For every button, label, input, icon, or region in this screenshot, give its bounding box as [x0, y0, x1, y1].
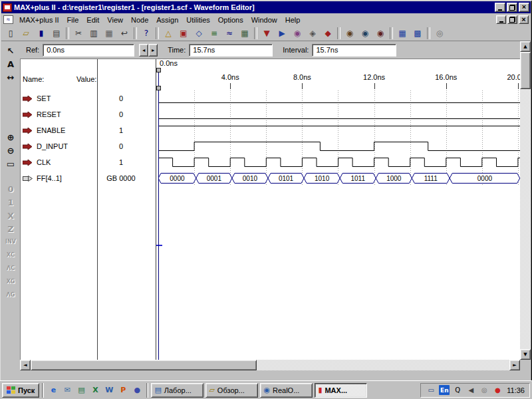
menu-options[interactable]: Options	[214, 15, 247, 25]
word-button[interactable]: W	[102, 384, 116, 397]
assign-device-button[interactable]: ▦	[395, 27, 410, 40]
ref-cursor-handle[interactable]	[156, 86, 161, 90]
text-tool-button[interactable]: A	[3, 57, 19, 70]
save-file-button[interactable]: ▮	[34, 27, 49, 40]
timing-cutoff-button[interactable]: ◉	[373, 27, 388, 40]
graphic-editor-button[interactable]: ▣	[176, 27, 191, 40]
taskbar-task-max[interactable]: ▮MAX...	[315, 383, 367, 398]
compiler-icon: ▼	[263, 29, 269, 37]
scroll-up-button[interactable]: ▲	[520, 41, 531, 52]
new-file-button[interactable]: ▯	[3, 27, 18, 40]
menu-assign[interactable]: Assign	[152, 15, 182, 25]
menu-view[interactable]: View	[103, 15, 127, 25]
document-restore-button[interactable]	[507, 15, 517, 24]
cut-button[interactable]: ✂	[71, 27, 86, 40]
signal-row-set[interactable]: SET0	[21, 90, 520, 106]
waveform-panel[interactable]: Name: Value: 0.0ns 4.0ns8.0ns12.0ns16.0n…	[20, 59, 520, 360]
menu-utilities[interactable]: Utilities	[182, 15, 213, 25]
timing-destination-button[interactable]: ◉	[358, 27, 372, 40]
zoom-out-tool-button[interactable]: ⊖	[3, 144, 19, 157]
waveform-document-icon[interactable]: ≈	[3, 15, 13, 24]
media-player-button[interactable]: ●	[130, 384, 144, 397]
close-button[interactable]: ×	[519, 3, 529, 12]
copy-icon: ▥	[90, 29, 97, 37]
menu-help[interactable]: Help	[281, 15, 305, 25]
signal-row-reset[interactable]: RESET0	[21, 106, 520, 122]
ref-next-button[interactable]: ►	[148, 44, 158, 57]
paste-button[interactable]: ▦	[102, 27, 116, 40]
powerpoint-button[interactable]: P	[116, 384, 130, 397]
print-button[interactable]: ▤	[49, 27, 64, 40]
timing-analyzer-button[interactable]: ◉	[290, 27, 305, 40]
titlebar[interactable]: MAX+plus II - d:\register1\register1 - […	[1, 1, 531, 13]
timing-source-button[interactable]: ◉	[342, 27, 357, 40]
vertical-scroll-thumb[interactable]	[520, 52, 531, 89]
scroll-right-button[interactable]: ►	[509, 360, 520, 370]
open-file-button[interactable]: ▱	[19, 27, 33, 40]
time-field[interactable]: 15.7ns	[189, 44, 273, 57]
menu-edit[interactable]: Edit	[82, 15, 103, 25]
simulator-button[interactable]: ▶	[275, 27, 289, 40]
name-value-divider[interactable]	[97, 59, 98, 360]
taskbar-task-realo[interactable]: ◉RealO...	[260, 383, 313, 398]
zoom-in-tool-button[interactable]: ⊕	[3, 130, 19, 144]
tray-clock[interactable]: 11:36	[507, 386, 525, 394]
menu-window[interactable]: Window	[247, 15, 281, 25]
scroll-left-button[interactable]: ◄	[20, 360, 31, 370]
floorplan-editor-button[interactable]: ▦	[237, 27, 252, 40]
taskbar-task-лабор[interactable]: ▤Лабор...	[151, 383, 203, 398]
signal-row-clk[interactable]: CLK1	[21, 154, 520, 170]
back-annotate-button[interactable]: ▩	[410, 27, 425, 40]
symbol-editor-button[interactable]: ◇	[192, 27, 206, 40]
waveform-edit-tool-button[interactable]: ↔	[3, 70, 19, 84]
programmer-button[interactable]: ◈	[305, 27, 320, 40]
show-desktop-button[interactable]: ▤	[74, 384, 88, 397]
scroll-down-button[interactable]: ▼	[520, 349, 531, 360]
horizontal-scrollbar[interactable]: ◄ ►	[20, 360, 520, 370]
excel-button[interactable]: X	[88, 384, 102, 397]
volume-icon[interactable]: ◀	[466, 385, 476, 395]
copy-button[interactable]: ▥	[86, 27, 101, 40]
ref-cursor-line[interactable]	[158, 68, 159, 360]
waveform-editor-button[interactable]: ≈	[222, 27, 237, 40]
display-settings-icon[interactable]: ▭	[426, 385, 436, 395]
selection-tool-button[interactable]: ↖	[3, 44, 19, 57]
undo-button[interactable]: ↩	[117, 27, 132, 40]
taskbar-task-обзор[interactable]: ▱Обзор...	[205, 383, 258, 398]
start-button[interactable]: Пуск	[2, 383, 39, 398]
vertical-scrollbar[interactable]: ▲ ▼	[520, 41, 531, 360]
signal-row-d-input[interactable]: D_INPUT0	[21, 138, 520, 154]
horizontal-scroll-thumb[interactable]	[31, 360, 257, 370]
maxplus2-app-icon[interactable]	[3, 3, 12, 12]
message-processor-button[interactable]: ◆	[321, 27, 335, 40]
fit-in-window-tool-button[interactable]: ▭	[3, 157, 19, 170]
menu-node[interactable]: Node	[127, 15, 152, 25]
simulator-icon: ▶	[279, 29, 285, 37]
interval-field[interactable]: 15.7ns	[312, 44, 396, 57]
ref-prev-button[interactable]: ◄	[139, 44, 148, 57]
menu-file[interactable]: File	[63, 15, 83, 25]
value-wave-divider[interactable]	[156, 59, 156, 360]
antivirus-icon[interactable]: ●	[492, 385, 503, 395]
document-close-button[interactable]: ×	[519, 15, 529, 24]
ref-time-field[interactable]: 0.0ns	[43, 44, 134, 57]
document-minimize-button[interactable]	[496, 15, 506, 24]
minimize-button[interactable]	[495, 3, 505, 12]
scheduler-icon[interactable]: ◎	[479, 385, 489, 395]
context-help-button[interactable]: ?	[139, 27, 154, 40]
compiler-button[interactable]: ▼	[259, 27, 274, 40]
restore-button[interactable]	[507, 3, 517, 12]
keyboard-layout-indicator[interactable]: En	[439, 385, 450, 395]
stop-button[interactable]: ◎	[432, 27, 447, 40]
text-editor-button[interactable]: ≡	[207, 27, 221, 40]
hierarchy-display-button[interactable]: △	[161, 27, 176, 40]
menu-max-plus-ii[interactable]: MAX+plus II	[15, 15, 63, 25]
ref-cursor-handle-top[interactable]	[156, 68, 161, 72]
internet-explorer-button[interactable]: e	[47, 384, 60, 397]
input-pin-icon	[23, 127, 33, 134]
time-tick-label: 8.0ns	[293, 73, 311, 81]
outlook-express-button[interactable]: ✉	[61, 384, 74, 397]
magnifier-icon[interactable]: Q	[452, 385, 463, 395]
signal-row-enable[interactable]: ENABLE1	[21, 122, 520, 138]
signal-row-ff-4-1[interactable]: FF[4..1]GB 00000000000100100101101010111…	[21, 170, 520, 186]
